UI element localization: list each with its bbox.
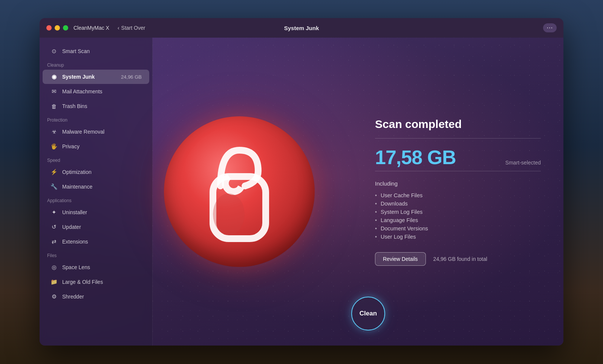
trash-icon: 🗑 (50, 102, 58, 110)
extensions-icon: ⇄ (50, 238, 58, 245)
divider-1 (375, 138, 541, 139)
bottom-row: Review Details 24,96 GB found in total (375, 252, 541, 266)
list-item: Document Versions (375, 224, 541, 233)
uninstaller-icon: ✦ (50, 209, 58, 216)
sidebar-label-space-lens: Space Lens (62, 264, 90, 270)
large-files-icon: 📁 (50, 278, 58, 286)
sidebar-item-updater[interactable]: ↺ Updater (43, 220, 149, 234)
maximize-button[interactable] (63, 25, 68, 30)
sidebar-label-extensions: Extensions (62, 239, 88, 245)
list-item: User Cache Files (375, 191, 541, 200)
files-section-label: Files (40, 249, 152, 260)
updater-icon: ↺ (50, 223, 58, 231)
protection-section-label: Protection (40, 114, 152, 124)
system-junk-icon: ◉ (50, 73, 58, 81)
main-content: ⊙ Smart Scan Cleanup ◉ System Junk 24,96… (40, 38, 563, 346)
smart-scan-icon: ⊙ (50, 47, 58, 55)
review-details-button[interactable]: Review Details (375, 252, 426, 266)
sidebar-label-uninstaller: Uninstaller (62, 209, 87, 215)
titlebar: CleanMyMac X ‹ Start Over System Junk ··… (40, 18, 563, 38)
scan-completed-title: Scan completed (375, 118, 541, 131)
list-item: Language Files (375, 216, 541, 224)
maintenance-icon: 🔧 (50, 183, 58, 190)
cleanmymac-logo-svg (175, 128, 303, 256)
main-area: Scan completed 17,58 GB Smart-selected I… (153, 38, 563, 346)
sidebar-label-mail: Mail Attachments (62, 88, 103, 94)
privacy-icon: 🖐 (50, 143, 58, 150)
sidebar-label-shredder: Shredder (62, 294, 84, 300)
size-row: 17,58 GB Smart-selected (375, 146, 541, 169)
app-window: CleanMyMac X ‹ Start Over System Junk ··… (40, 18, 563, 346)
sidebar-label-large-files: Large & Old Files (62, 279, 103, 285)
space-lens-icon: ◎ (50, 263, 58, 271)
scan-size: 17,58 GB (375, 146, 456, 169)
sidebar-item-shredder[interactable]: ⚙ Shredder (43, 289, 149, 304)
results-area: Scan completed 17,58 GB Smart-selected I… (360, 118, 541, 266)
start-over-button[interactable]: ‹ Start Over (118, 25, 145, 31)
sidebar-label-maintenance: Maintenance (62, 184, 92, 190)
back-icon: ‹ (118, 25, 119, 31)
minimize-button[interactable] (55, 25, 60, 30)
app-icon (164, 116, 315, 267)
close-button[interactable] (46, 25, 52, 30)
divider-2 (375, 171, 541, 171)
svg-point-2 (213, 193, 245, 235)
applications-section-label: Applications (40, 194, 152, 205)
section-title: System Junk (284, 25, 319, 31)
app-icon-container (160, 116, 318, 267)
sidebar-item-system-junk[interactable]: ◉ System Junk 24,96 GB (43, 70, 149, 84)
sidebar-item-uninstaller[interactable]: ✦ Uninstaller (43, 205, 149, 219)
sidebar-label-malware: Malware Removal (62, 129, 104, 135)
app-title: CleanMyMac X (73, 25, 109, 31)
sidebar-label-privacy: Privacy (62, 143, 80, 149)
found-total-label: 24,96 GB found in total (433, 256, 487, 262)
sidebar-label-system-junk: System Junk (62, 74, 95, 80)
including-list: User Cache Files Downloads System Log Fi… (375, 191, 541, 241)
cleanup-section-label: Cleanup (40, 59, 152, 69)
sidebar-item-smart-scan[interactable]: ⊙ Smart Scan (43, 44, 149, 58)
traffic-lights (46, 25, 68, 30)
sidebar-item-maintenance[interactable]: 🔧 Maintenance (43, 180, 149, 194)
sidebar-item-extensions[interactable]: ⇄ Extensions (43, 235, 149, 249)
sidebar-label-optimization: Optimization (62, 169, 92, 175)
sidebar-item-space-lens[interactable]: ◎ Space Lens (43, 260, 149, 274)
shredder-icon: ⚙ (50, 293, 58, 300)
malware-icon: ☣ (50, 128, 58, 136)
sidebar-label-trash: Trash Bins (62, 103, 87, 109)
list-item: System Log Files (375, 208, 541, 216)
sidebar-item-mail-attachments[interactable]: ✉ Mail Attachments (43, 84, 149, 99)
list-item: Downloads (375, 200, 541, 208)
including-label: Including (375, 180, 541, 187)
more-options-button[interactable]: ··· (543, 23, 557, 32)
list-item: User Log Files (375, 233, 541, 241)
clean-button[interactable]: Clean (351, 297, 385, 330)
sidebar-item-trash-bins[interactable]: 🗑 Trash Bins (43, 99, 149, 113)
sidebar-item-privacy[interactable]: 🖐 Privacy (43, 139, 149, 154)
sidebar-label-updater: Updater (62, 224, 81, 230)
sidebar-label-smart-scan: Smart Scan (62, 48, 90, 54)
sidebar-item-optimization[interactable]: ⚡ Optimization (43, 165, 149, 179)
sidebar: ⊙ Smart Scan Cleanup ◉ System Junk 24,96… (40, 38, 153, 346)
sidebar-item-malware-removal[interactable]: ☣ Malware Removal (43, 125, 149, 139)
speed-section-label: Speed (40, 154, 152, 164)
optimization-icon: ⚡ (50, 168, 58, 176)
system-junk-size: 24,96 GB (121, 74, 142, 80)
titlebar-right: ··· (543, 23, 557, 32)
clean-button-container: Clean (351, 297, 385, 330)
smart-selected-label: Smart-selected (505, 160, 541, 169)
sidebar-item-large-old-files[interactable]: 📁 Large & Old Files (43, 275, 149, 289)
mail-icon: ✉ (50, 88, 58, 95)
